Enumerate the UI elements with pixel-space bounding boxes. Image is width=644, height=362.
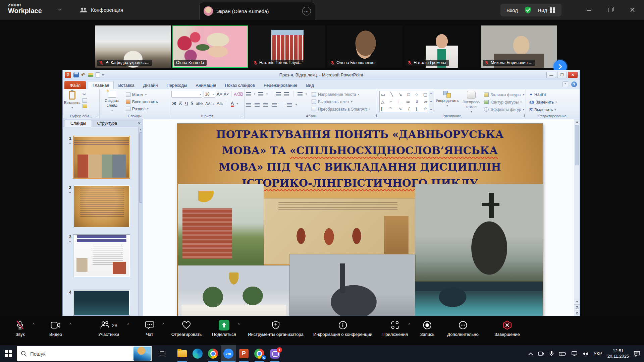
shape-angle-icon[interactable]: ∟	[397, 99, 401, 104]
tab-animations[interactable]: Анимация	[191, 81, 220, 89]
shape-line-icon[interactable]: ╲	[390, 92, 393, 97]
dialog-launcher-icon[interactable]	[374, 114, 377, 117]
shape-right-brace-icon[interactable]: }	[416, 106, 417, 111]
volume-tray-icon[interactable]	[583, 351, 589, 356]
tab-insert[interactable]: Вставка	[114, 81, 139, 89]
window-restore-button[interactable]	[601, 0, 619, 20]
participant-tile[interactable]: Наталія Громова	[404, 25, 480, 68]
new-slide-button[interactable]: Создать слайд ▾	[101, 91, 123, 112]
align-center-button[interactable]	[255, 103, 260, 107]
ppt-titlebar[interactable]: P ↶ ▾ През-я. Відкр.лекц. - Microsoft Po…	[63, 70, 580, 80]
share-options-chevron[interactable]: ⌃	[237, 323, 240, 327]
security-shield-icon[interactable]	[524, 6, 532, 14]
shape-rounded-rect-icon[interactable]: ▢	[423, 92, 427, 97]
slide-thumbnail-2[interactable]: 2 ✦	[65, 185, 130, 228]
shape-ellipse-icon[interactable]: ○	[415, 92, 418, 97]
battery-tray-icon[interactable]	[559, 352, 566, 356]
start-button[interactable]	[0, 345, 17, 362]
font-color-button[interactable]: А	[231, 101, 234, 107]
taskbar-app-edge[interactable]	[190, 345, 205, 362]
format-painter-button[interactable]	[83, 104, 87, 108]
cut-button[interactable]: ✂	[83, 92, 87, 97]
text-direction-button[interactable]: Направление текста ▾	[312, 91, 370, 98]
participant-tile[interactable]: Наталія Гоголь Глухі...	[250, 25, 325, 68]
scroll-up-icon[interactable]: ▲	[139, 127, 143, 131]
justify-button[interactable]	[272, 103, 277, 107]
next-slide-button[interactable]	[574, 310, 580, 316]
change-case-button[interactable]: Аа▾	[217, 101, 223, 106]
window-close-button[interactable]	[623, 0, 641, 20]
slide-thumbnail-1[interactable]: 1 ✦	[65, 136, 130, 179]
convert-smartart-button[interactable]: Преобразовать в SmartArt ▾	[312, 106, 370, 112]
tab-file[interactable]: Файл	[64, 81, 86, 89]
participant-tile[interactable]: Олена Біловоленко	[327, 25, 402, 68]
tab-more-button[interactable]: ⋯	[302, 7, 311, 15]
participants-options-chevron[interactable]: ⌃	[126, 323, 130, 327]
task-view-button[interactable]	[154, 345, 170, 362]
view-button[interactable]: Вид	[538, 7, 555, 13]
taskbar-app-explorer[interactable]	[174, 345, 190, 362]
tab-design[interactable]: Дизайн	[139, 81, 162, 89]
panel-scrollbar[interactable]: ▲	[138, 127, 143, 316]
strikethrough-button[interactable]: abe	[196, 101, 203, 106]
dialog-launcher-icon[interactable]	[522, 114, 525, 117]
apps-options-chevron[interactable]: ⌃	[408, 323, 411, 327]
shapes-gallery[interactable]: ▭ ╲ ↘ □ ○ ▢ △ ⌐ ∟ ⇨	[379, 91, 429, 112]
previous-slide-button[interactable]	[574, 304, 580, 310]
layout-button[interactable]: Макет ▾	[126, 92, 158, 98]
shape-effects-button[interactable]: Эффекты фигур ▾	[484, 106, 524, 113]
grow-font-button[interactable]: A˄	[217, 92, 223, 97]
copy-button[interactable]	[83, 98, 87, 103]
ppt-minimize-button[interactable]: —	[546, 72, 556, 78]
collapse-ribbon-icon[interactable]: ⌃	[562, 81, 568, 87]
arrange-button[interactable]: Упорядочить ▾	[436, 91, 459, 107]
dialog-launcher-icon[interactable]	[95, 114, 98, 117]
audio-button[interactable]: Звук	[16, 320, 25, 337]
network-tray-icon[interactable]	[571, 351, 578, 356]
powerpoint-app-icon[interactable]: P	[65, 72, 71, 78]
language-indicator[interactable]: УКР	[594, 351, 602, 356]
window-minimize-button[interactable]	[580, 0, 598, 20]
participant-tile[interactable]: Кафедра українсь...	[95, 25, 171, 68]
shape-star-icon[interactable]: ☆	[423, 106, 427, 111]
video-button[interactable]: Видео	[49, 320, 62, 337]
panel-tab-slides[interactable]: Слайды	[65, 120, 92, 127]
meeting-info-button[interactable]: Информация о конференции	[313, 320, 372, 337]
participants-button[interactable]: 28 Участники	[98, 320, 119, 337]
taskbar-search[interactable]	[17, 346, 152, 361]
tab-slideshow[interactable]: Показ слайдов	[221, 81, 260, 89]
shape-rectangle-icon[interactable]: □	[407, 92, 410, 97]
tab-review[interactable]: Рецензирование	[259, 81, 302, 89]
shape-triangle-icon[interactable]: △	[381, 99, 384, 104]
underline-button[interactable]: Ч	[185, 101, 188, 106]
panel-tab-outline[interactable]: Структура	[92, 120, 122, 127]
signin-button[interactable]: Вход	[506, 7, 518, 13]
help-icon[interactable]: ?	[571, 81, 577, 87]
section-button[interactable]: Раздел ▾	[126, 106, 158, 112]
shape-down-arrow-icon[interactable]: ⇩	[415, 99, 419, 104]
shape-left-brace-icon[interactable]: {	[408, 106, 410, 111]
reset-button[interactable]: Восстановить	[126, 99, 158, 105]
columns-button[interactable]	[287, 103, 292, 107]
bold-button[interactable]: Ж	[172, 101, 176, 106]
canvas-scrollbar-thumb[interactable]	[575, 125, 579, 165]
taskbar-app-chrome-profile[interactable]: K	[252, 345, 267, 362]
apps-button[interactable]: Приложения	[382, 320, 408, 337]
preview-icon[interactable]	[88, 73, 93, 77]
decrease-indent-button[interactable]	[276, 92, 281, 96]
end-meeting-button[interactable]: Завершение	[494, 320, 520, 337]
font-name-combobox[interactable]: ▾	[171, 91, 202, 98]
record-button[interactable]: Запись	[420, 320, 435, 337]
save-button[interactable]	[73, 72, 79, 77]
taskbar-app-zoom[interactable]: zm	[221, 345, 236, 362]
shrink-font-button[interactable]: A˅	[224, 92, 229, 97]
tab-home[interactable]: Главная	[88, 81, 114, 89]
microphone-tray-icon[interactable]	[549, 351, 554, 357]
shape-textbox-icon[interactable]: ▭	[381, 92, 385, 97]
camera-tray-icon[interactable]	[538, 351, 544, 356]
tab-view[interactable]: Вид	[302, 81, 318, 89]
ppt-close-button[interactable]: ✕	[568, 72, 578, 78]
host-tools-button[interactable]: Инструменты организатора	[248, 320, 304, 337]
text-shadow-button[interactable]: S	[191, 101, 193, 106]
ppt-restore-button[interactable]: ❐	[557, 72, 567, 78]
